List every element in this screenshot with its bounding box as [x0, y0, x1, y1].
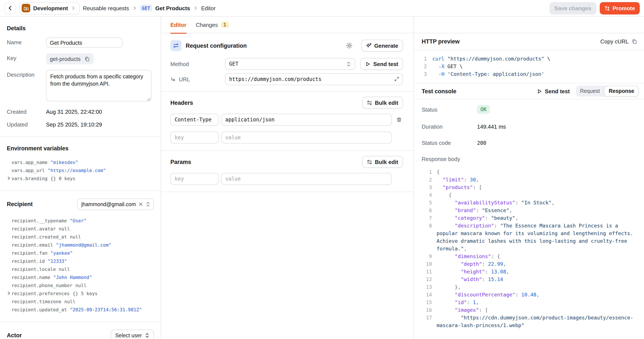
- folder-lock-icon: [22, 4, 30, 12]
- line-number: 15: [414, 298, 432, 306]
- code-line-row: 5 "availabilityStatus": "In Stock",: [414, 199, 638, 206]
- header-key-input[interactable]: [170, 114, 218, 126]
- code-line-row: 14 "discountPercentage": 10.48,: [414, 291, 638, 298]
- chevron-right-icon[interactable]: [7, 176, 11, 180]
- project-switcher[interactable]: Development: [19, 2, 80, 14]
- response-body-code: 1{2 "limit": 30,3 "products": [4 {5 "ava…: [414, 165, 644, 334]
- console-send-test-button[interactable]: Send test: [537, 88, 570, 94]
- property-row[interactable]: recipient.preferences{} 5 keys: [12, 290, 154, 298]
- back-button[interactable]: [4, 2, 16, 14]
- recipient-selector[interactable]: jhammond@gmail.com: [77, 198, 154, 210]
- description-textarea[interactable]: Fetch products from a specific category …: [46, 70, 152, 101]
- code-line-text: curl "https://dummyjson.com/products" \: [432, 55, 550, 62]
- editor-panel: Editor Changes 1 Request configuration: [161, 16, 414, 339]
- fullscreen-icon[interactable]: [394, 76, 400, 82]
- property-key: vars.app_name: [12, 160, 48, 165]
- code-line-text: "description": "The Essence Mascara Lash…: [436, 222, 638, 252]
- line-number: 2: [414, 176, 432, 184]
- property-key: recipient.created_at: [12, 234, 67, 240]
- gear-icon[interactable]: [346, 42, 352, 49]
- code-line-row: 1curl "https://dummyjson.com/products" \: [414, 55, 640, 62]
- key-pill: get-products: [46, 53, 94, 64]
- code-line-text: "id": 1,: [436, 298, 479, 306]
- property-value: "yankee": [50, 250, 72, 256]
- property-key: recipient.phone_number: [12, 283, 72, 288]
- code-line-text: "images": [: [436, 306, 488, 314]
- property-row[interactable]: vars.branding{} 0 keys: [12, 174, 154, 183]
- code-line-row: 13 },: [414, 283, 638, 291]
- property-row: recipient.avatarnull: [12, 225, 154, 233]
- line-number: 8: [414, 222, 432, 230]
- line-number: 7: [414, 214, 432, 222]
- code-line-text: -X GET \: [432, 62, 462, 70]
- line-number: 12: [414, 276, 432, 283]
- tab-editor[interactable]: Editor: [170, 16, 186, 33]
- property-value: null: [59, 226, 70, 232]
- actor-select[interactable]: Select user: [111, 330, 154, 339]
- tab-changes[interactable]: Changes 1: [196, 16, 229, 33]
- request-tab[interactable]: Request: [576, 86, 604, 97]
- code-line-row: 16 "images": [: [414, 306, 638, 314]
- headers-bulk-edit-button[interactable]: Bulk edit: [362, 97, 403, 108]
- header-key-input-empty[interactable]: [170, 132, 218, 144]
- changes-count-badge: 1: [221, 22, 229, 28]
- created-value: Aug 31 2025, 22:42:00: [46, 108, 102, 115]
- line-number: 5: [414, 199, 432, 206]
- code-line-row: 17 "https://cdn.dummyjson.com/product-im…: [414, 314, 638, 329]
- property-row: recipient.created_atnull: [12, 233, 154, 241]
- property-value: null: [64, 299, 76, 304]
- play-icon: [537, 88, 542, 94]
- property-key: recipient.name: [12, 275, 50, 280]
- header-value-input-empty[interactable]: [221, 132, 392, 144]
- clear-icon[interactable]: [138, 202, 143, 206]
- save-changes-button[interactable]: Save changes: [549, 2, 596, 14]
- code-line-text: "height": 13.08,: [436, 268, 509, 276]
- params-bulk-edit-button[interactable]: Bulk edit: [362, 156, 403, 168]
- recipient-selector-value: jhammond@gmail.com: [81, 201, 136, 207]
- property-key: recipient.locale: [12, 266, 56, 272]
- param-value-input[interactable]: [221, 173, 392, 185]
- swap-arrows-icon: [367, 100, 372, 106]
- param-key-input[interactable]: [170, 173, 218, 185]
- property-value: "mikesdev": [50, 160, 78, 165]
- environment-variables-heading: Environment variables: [7, 145, 154, 152]
- generate-button[interactable]: Generate: [361, 40, 403, 52]
- copy-icon[interactable]: [84, 56, 90, 62]
- editor-tab-bar: Editor Changes 1: [161, 16, 414, 33]
- name-input[interactable]: [46, 38, 123, 48]
- method-select[interactable]: GET: [225, 58, 356, 70]
- request-configuration-title: Request configuration: [186, 42, 247, 49]
- code-line-text: "https://cdn.dummyjson.com/product-image…: [436, 314, 638, 329]
- resize-handle-icon[interactable]: [146, 97, 150, 101]
- actor-section: Actor Select user: [0, 322, 160, 339]
- play-icon: [365, 61, 371, 67]
- chevrons-up-down-icon: [146, 202, 150, 207]
- line-number: 17: [414, 314, 432, 322]
- header-value-input[interactable]: [221, 114, 392, 126]
- promote-button[interactable]: Promote: [600, 2, 640, 14]
- property-value: "jhammond@gmail.com": [56, 242, 112, 248]
- chevron-right-icon: [71, 6, 75, 10]
- code-line-row: 2 -X GET \: [414, 62, 640, 70]
- trash-icon[interactable]: [396, 117, 403, 123]
- code-line-text: "width": 15.14: [436, 276, 503, 283]
- line-number: 6: [414, 206, 432, 214]
- chevron-right-icon[interactable]: [7, 291, 11, 295]
- breadcrumb-reusable-requests[interactable]: Reusable requests: [83, 5, 129, 11]
- copy-curl-button[interactable]: Copy cURL: [600, 38, 637, 45]
- url-input[interactable]: [225, 73, 403, 85]
- property-row: recipient.localenull: [12, 265, 154, 274]
- breadcrumb-editor[interactable]: Editor: [201, 5, 216, 11]
- code-line-row: 11 "height": 13.08,: [414, 268, 638, 276]
- breadcrumb-request-name[interactable]: Get Products: [155, 5, 190, 11]
- line-number: 10: [414, 260, 432, 268]
- code-line-text: },: [436, 283, 461, 291]
- property-value: {} 5 keys: [72, 291, 98, 296]
- updated-value: Sep 25 2025, 19:10:29: [46, 122, 102, 128]
- send-test-button[interactable]: Send test: [360, 58, 403, 70]
- line-number: 3: [414, 184, 432, 191]
- line-number: 16: [414, 306, 432, 314]
- response-tab[interactable]: Response: [604, 86, 639, 97]
- property-row: recipient.email"jhammond@gmail.com": [12, 241, 154, 249]
- method-badge: GET: [140, 5, 152, 12]
